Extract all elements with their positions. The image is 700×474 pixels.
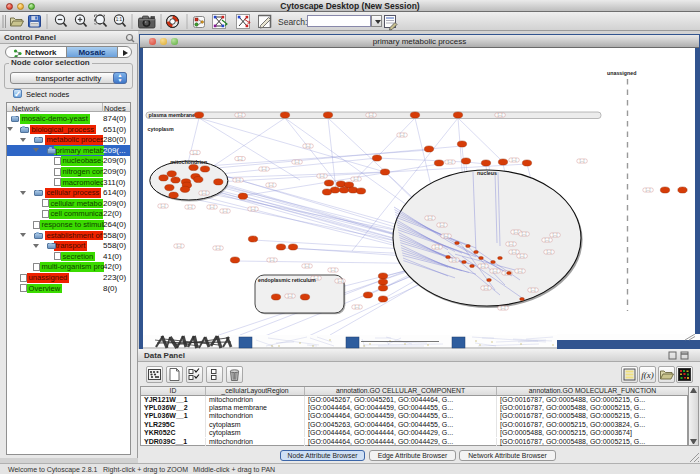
svg-text:[---]: [---] [646, 188, 651, 192]
svg-text:1:1: 1:1 [116, 17, 123, 22]
svg-text:[---]: [---] [580, 159, 585, 163]
svg-text:[---]: [---] [400, 133, 405, 137]
svg-text:[---]: [---] [188, 205, 193, 209]
svg-text:[---]: [---] [440, 223, 445, 227]
svg-text:[---]: [---] [435, 245, 440, 249]
svg-text:[---]: [---] [305, 264, 310, 268]
svg-text:[---]: [---] [210, 205, 215, 209]
svg-text:[---]: [---] [518, 269, 523, 273]
svg-text:[---]: [---] [493, 269, 498, 273]
svg-text:[---]: [---] [216, 246, 221, 250]
svg-text:nucleus: nucleus [477, 170, 497, 176]
svg-text:[---]: [---] [236, 178, 241, 182]
svg-text:[---]: [---] [369, 113, 374, 117]
svg-text:[---]: [---] [553, 233, 558, 237]
svg-text:[---]: [---] [251, 207, 256, 211]
svg-text:[---]: [---] [481, 264, 486, 268]
svg-text:[---]: [---] [270, 258, 275, 262]
svg-text:[---]: [---] [306, 144, 311, 148]
svg-text:[---]: [---] [512, 250, 517, 254]
svg-text:[---]: [---] [193, 151, 198, 155]
svg-text:[---]: [---] [331, 268, 336, 272]
svg-text:[---]: [---] [531, 288, 536, 292]
svg-text:endoplasmic reticulum: endoplasmic reticulum [258, 277, 316, 283]
svg-text:[---]: [---] [520, 254, 525, 258]
svg-text:[---]: [---] [547, 250, 552, 254]
svg-text:[---]: [---] [355, 305, 360, 309]
svg-text:[---]: [---] [161, 204, 166, 208]
svg-text:[---]: [---] [514, 230, 519, 234]
svg-text:[---]: [---] [448, 160, 453, 164]
svg-text:[---]: [---] [428, 216, 433, 220]
svg-text:[---]: [---] [269, 183, 274, 187]
svg-text:[---]: [---] [177, 244, 182, 248]
svg-text:[---]: [---] [498, 113, 503, 117]
svg-text:cytoplasm: cytoplasm [148, 126, 174, 132]
svg-text:[---]: [---] [452, 258, 457, 262]
svg-text:[---]: [---] [512, 158, 517, 162]
svg-text:unassigned: unassigned [607, 70, 636, 76]
svg-text:[---]: [---] [223, 209, 228, 213]
svg-text:f(x): f(x) [641, 370, 654, 380]
svg-text:[---]: [---] [484, 286, 489, 290]
svg-text:[---]: [---] [238, 113, 243, 117]
svg-text:[---]: [---] [354, 177, 359, 181]
svg-text:[---]: [---] [238, 157, 243, 161]
svg-text:plasma membrane: plasma membrane [149, 112, 196, 118]
svg-text:[---]: [---] [262, 167, 267, 171]
svg-text:[---]: [---] [444, 234, 449, 238]
svg-text:[---]: [---] [501, 306, 506, 310]
svg-text:[---]: [---] [522, 232, 527, 236]
svg-text:[---]: [---] [202, 191, 207, 195]
svg-text:[---]: [---] [295, 160, 300, 164]
svg-text:[---]: [---] [338, 279, 343, 283]
svg-text:mitochondrion: mitochondrion [170, 159, 207, 165]
svg-text:[---]: [---] [288, 294, 293, 298]
svg-text:[---]: [---] [320, 174, 325, 178]
svg-text:[---]: [---] [545, 238, 550, 242]
svg-text:[---]: [---] [509, 242, 514, 246]
